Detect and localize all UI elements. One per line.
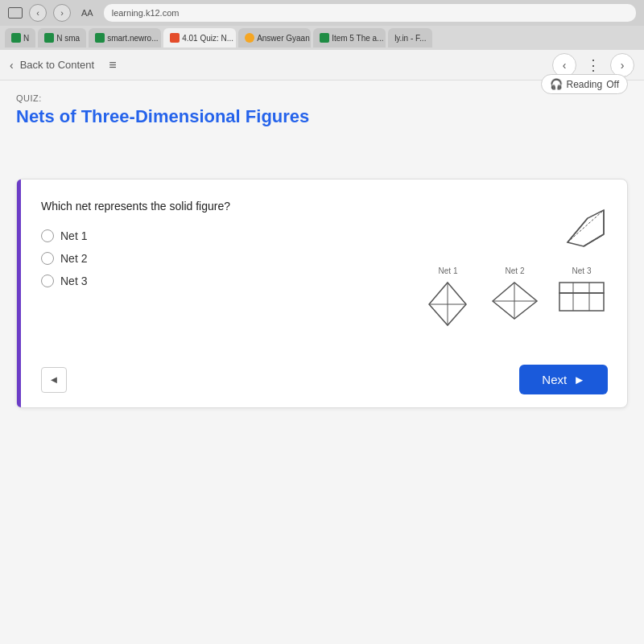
tab-favicon — [11, 33, 21, 43]
svg-rect-12 — [559, 283, 604, 293]
radio-net3[interactable] — [41, 275, 54, 287]
net3-item: Net 3 — [555, 266, 608, 323]
nav-dots-icon[interactable]: ⋮ — [583, 56, 604, 74]
tab-lyin[interactable]: ly.in - F... — [388, 28, 432, 47]
browser-back-btn[interactable]: ‹ — [29, 4, 47, 22]
option-net3[interactable]: Net 3 — [41, 275, 230, 287]
reading-label: Reading — [567, 79, 603, 90]
option-net2-label: Net 2 — [60, 252, 87, 265]
tab-smartnewro[interactable]: smart.newro... — [89, 28, 161, 47]
question-text: Which net represents the solid figure? — [41, 199, 230, 215]
window-icon — [8, 7, 23, 19]
tab-favicon — [44, 33, 54, 43]
tab-label: Answer Gyaan — [257, 34, 310, 43]
tab-favicon — [95, 33, 105, 43]
figures-area: Net 1 Net 2 — [246, 199, 608, 331]
nav-circle-right[interactable]: › — [610, 53, 634, 77]
option-net3-label: Net 3 — [60, 275, 87, 287]
quiz-label: QUIZ: — [16, 93, 628, 103]
solid-figure — [551, 202, 608, 254]
tab-label: N — [23, 34, 29, 43]
net2-item: Net 2 — [489, 266, 541, 323]
option-net1[interactable]: Net 1 — [41, 229, 230, 242]
headphone-icon: 🎧 — [550, 78, 563, 90]
nav-circle-left[interactable]: ‹ — [552, 53, 576, 77]
net3-svg — [555, 279, 608, 323]
quiz-card-inner: Which net represents the solid figure? N… — [17, 180, 627, 347]
net1-label: Net 1 — [439, 266, 458, 275]
back-to-content-link[interactable]: Back to Content — [20, 59, 95, 71]
reading-toggle[interactable]: 🎧 Reading Off — [541, 74, 629, 94]
option-net1-label: Net 1 — [60, 229, 87, 242]
browser-chrome: ‹ › AA learning.k12.com N N sma smart.ne… — [0, 0, 644, 50]
title-bar: ‹ › AA learning.k12.com — [0, 0, 644, 26]
tab-sma-1[interactable]: N — [5, 28, 35, 47]
solid-figure-svg — [551, 202, 608, 250]
prev-button[interactable]: ◄ — [41, 367, 67, 393]
net1-svg — [422, 279, 474, 331]
page-title: Nets of Three-Dimensional Figures — [16, 106, 309, 127]
tab-favicon — [320, 33, 329, 43]
options-list: Net 1 Net 2 Net 3 — [41, 229, 230, 287]
reading-status: Off — [606, 79, 619, 90]
option-net2[interactable]: Net 2 — [41, 252, 230, 265]
question-left: Which net represents the solid figure? N… — [41, 199, 230, 287]
tab-label: 4.01 Quiz: N... — [182, 34, 233, 43]
net3-label: Net 3 — [572, 266, 592, 275]
svg-marker-0 — [568, 210, 604, 246]
tab-answer-gyaan[interactable]: Answer Gyaan — [238, 28, 311, 47]
aa-button[interactable]: AA — [77, 6, 97, 19]
svg-rect-11 — [559, 293, 604, 311]
radio-net2[interactable] — [41, 252, 54, 265]
tab-item5[interactable]: Item 5 The a... — [313, 28, 386, 47]
next-button-arrow: ► — [573, 373, 585, 386]
next-button[interactable]: Next ► — [519, 365, 608, 394]
svg-line-2 — [568, 218, 588, 242]
tab-label: smart.newro... — [107, 34, 158, 43]
next-button-label: Next — [542, 373, 567, 386]
page-content: QUIZ: Nets of Three-Dimensional Figures … — [0, 80, 644, 644]
net2-label: Net 2 — [506, 266, 525, 275]
net1-item: Net 1 — [422, 266, 474, 331]
back-arrow-icon: ‹ — [10, 59, 14, 72]
tab-label: ly.in - F... — [394, 34, 426, 43]
card-left-border — [17, 180, 21, 407]
tab-quiz[interactable]: 4.01 Quiz: N... — [163, 28, 236, 47]
svg-line-4 — [584, 234, 604, 246]
address-bar[interactable]: learning.k12.com — [104, 4, 636, 22]
tab-sma-2[interactable]: N sma — [38, 28, 86, 47]
tab-favicon — [245, 33, 254, 43]
tab-label: N sma — [56, 34, 80, 43]
quiz-card: Which net represents the solid figure? N… — [16, 179, 628, 408]
question-area: Which net represents the solid figure? N… — [41, 199, 608, 331]
radio-net1[interactable] — [41, 229, 54, 242]
tabs-bar: N N sma smart.newro... 4.01 Quiz: N... A… — [0, 26, 644, 50]
net2-svg — [489, 279, 541, 323]
tab-label: Item 5 The a... — [332, 34, 383, 43]
card-bottom: ◄ Next ► — [17, 355, 627, 407]
browser-forward-btn[interactable]: › — [53, 4, 71, 22]
tab-favicon — [170, 33, 180, 43]
menu-icon[interactable]: ≡ — [109, 58, 116, 72]
nets-row: Net 1 Net 2 — [422, 266, 608, 331]
